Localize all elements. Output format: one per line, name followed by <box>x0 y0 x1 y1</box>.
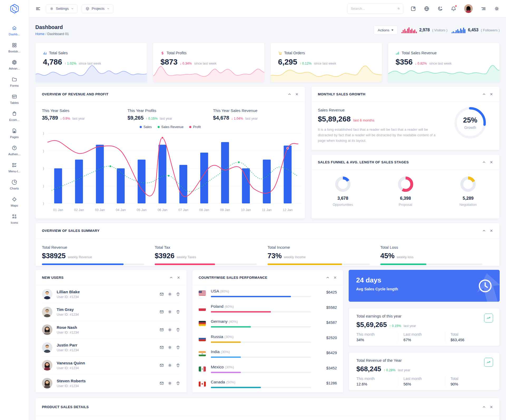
country-progress-track <box>211 372 311 373</box>
sidebar-item-advan[interactable]: Advan... <box>9 60 20 70</box>
sidebar-item-maps[interactable]: Maps <box>11 197 18 207</box>
user-actions <box>159 328 180 332</box>
avatar-image <box>42 289 52 299</box>
stat-cards-row: Total Sales 4,786↑ 1.02%since last week … <box>35 43 500 82</box>
overview-revenue-profit-card: OVERVIEW OF REVENUE AND PROFIT This Year… <box>35 86 305 219</box>
close-icon[interactable] <box>490 405 493 409</box>
country-name: Mexico (30%) <box>211 365 337 369</box>
gear-icon[interactable] <box>168 310 172 314</box>
fullscreen-icon[interactable] <box>410 6 416 12</box>
gear-icon[interactable] <box>168 292 172 296</box>
svg-text:02 Jan: 02 Jan <box>74 208 84 212</box>
svg-text:01 Jan: 01 Jan <box>53 208 63 212</box>
user-avatar[interactable] <box>464 4 473 13</box>
country-progress-track <box>211 356 311 358</box>
summary-stats: Total Revenue $38925weekly Revenue Total… <box>36 238 499 265</box>
sidebar-item-tables[interactable]: Tables <box>10 94 19 104</box>
trash-icon[interactable] <box>176 363 180 368</box>
sidebar-item-charts[interactable]: Charts <box>10 179 19 190</box>
aperture-icon <box>12 60 17 65</box>
close-icon[interactable] <box>490 92 493 96</box>
chevron-down-icon <box>71 7 74 10</box>
mail-icon[interactable] <box>159 310 164 314</box>
menu-toggle-icon[interactable] <box>35 6 41 12</box>
summary-stat-total-tax: Total Tax $3926weekly Taxes <box>155 245 267 265</box>
country-value: $5582 <box>326 305 337 310</box>
trend-chart-button[interactable] <box>484 358 493 367</box>
user-actions <box>159 292 180 296</box>
dark-mode-moon-icon[interactable] <box>437 6 443 12</box>
language-globe-icon[interactable] <box>424 6 430 12</box>
close-icon[interactable] <box>490 229 493 232</box>
gear-icon[interactable] <box>168 363 172 368</box>
collapse-icon[interactable] <box>326 276 329 279</box>
country-progress-fill <box>211 387 261 388</box>
bar-chart-icon <box>43 51 47 55</box>
gear-icon[interactable] <box>168 328 172 332</box>
us-flag-icon <box>199 291 206 296</box>
donut-chart <box>398 177 413 192</box>
projects-button[interactable]: Projects <box>82 4 113 13</box>
sidebar-item-bootstr[interactable]: Bootstr... <box>8 42 20 53</box>
collapse-icon[interactable] <box>482 92 486 96</box>
trash-icon[interactable] <box>176 328 180 332</box>
trash-icon[interactable] <box>176 381 180 385</box>
actions-button[interactable]: Actions <box>374 26 397 35</box>
trash-icon[interactable] <box>176 345 180 350</box>
align-menu-icon[interactable] <box>480 6 486 12</box>
collapse-icon[interactable] <box>169 276 173 279</box>
svg-text:): ) <box>43 202 44 205</box>
donut-chart <box>460 177 476 192</box>
gear-icon[interactable] <box>168 345 172 350</box>
country-row-us: USA (80%) $6425 <box>199 289 337 304</box>
country-progress-track <box>211 387 311 388</box>
col-label: Last month <box>403 377 445 381</box>
mail-icon[interactable] <box>159 363 164 368</box>
sidebar-item-dashb[interactable]: Dashb... <box>9 25 20 36</box>
mini-bar <box>463 28 464 33</box>
notifications-bell-icon[interactable] <box>451 6 456 12</box>
collapse-icon[interactable] <box>288 92 291 96</box>
avatar-image <box>464 4 473 13</box>
gear-icon[interactable] <box>168 381 172 385</box>
country-row-in: India (30%) $6429 <box>199 349 337 365</box>
trash-icon[interactable] <box>176 292 180 296</box>
sidebar-item-ecom[interactable]: Ecom... <box>9 111 20 121</box>
close-icon[interactable] <box>295 92 299 96</box>
collapse-icon[interactable] <box>482 160 486 164</box>
summary-progress-fill <box>42 263 124 265</box>
mail-icon[interactable] <box>159 381 164 385</box>
earnings-title: Total earnings of this year <box>356 314 492 318</box>
sidebar-item-pages[interactable]: Pages <box>10 128 19 139</box>
mail-icon[interactable] <box>159 292 164 296</box>
earnings-delta: ↑ 0.15% <box>389 324 401 328</box>
settings-button[interactable]: Settings <box>46 4 77 13</box>
mini-bar <box>407 29 408 33</box>
sidebar-item-icons[interactable]: Icons <box>11 214 18 224</box>
trash-icon[interactable] <box>176 310 180 314</box>
mail-icon[interactable] <box>159 345 164 350</box>
search-icon[interactable] <box>397 6 400 11</box>
summary-stat-total-revenue: Total Revenue $38925weekly Revenue <box>42 245 155 265</box>
close-icon[interactable] <box>333 276 337 279</box>
country-name: India (30%) <box>211 349 337 354</box>
close-icon[interactable] <box>177 276 180 279</box>
sidebar-item-forms[interactable]: Forms <box>10 77 19 87</box>
collapse-icon[interactable] <box>482 405 486 409</box>
settings-gear-icon[interactable] <box>494 6 500 12</box>
sidebar-item-menul[interactable]: Menu-l... <box>8 162 20 173</box>
country-progress-fill <box>211 341 241 343</box>
trend-chart-button[interactable] <box>484 314 493 323</box>
breadcrumb-home-link[interactable]: Home <box>35 32 45 36</box>
svg-text:10 Jan: 10 Jan <box>241 208 251 212</box>
collapse-icon[interactable] <box>482 229 486 232</box>
sidebar-item-authen[interactable]: Authen... <box>8 145 20 156</box>
growth-description: It is a long established fact that a rea… <box>318 127 442 143</box>
close-icon[interactable] <box>490 160 493 164</box>
search-input[interactable] <box>351 7 397 11</box>
stat-delta: ↓ 0.9% <box>60 117 70 120</box>
mail-icon[interactable] <box>159 328 164 332</box>
user-actions <box>159 363 180 368</box>
sidebar-item-label: Pages <box>10 135 19 139</box>
app-logo[interactable] <box>0 0 29 17</box>
